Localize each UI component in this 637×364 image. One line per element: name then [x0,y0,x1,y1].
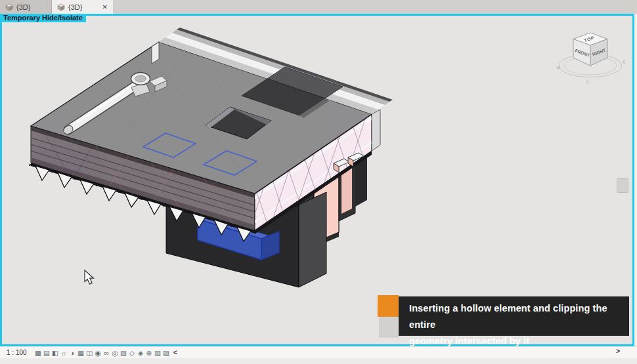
viewcube-home-icon[interactable]: ⌂ [586,78,589,85]
view-tab-bar: {3D} {3D} ✕ [0,0,637,14]
temporary-view-properties-icon[interactable]: ▧ [120,349,127,357]
show-crop-region-icon[interactable]: ◫ [85,349,93,357]
view-tab-3d-inactive[interactable]: {3D} [0,0,52,14]
highlight-displacement-icon[interactable]: ◈ [137,349,144,357]
scale-button[interactable]: 1 : 100 [7,349,32,356]
temporary-hide-isolate-icon[interactable]: ∞ [102,349,110,357]
tab-label: {3D} [68,3,82,11]
status-bar [0,358,637,364]
scroll-right-icon[interactable]: > [616,348,620,355]
reveal-constraints-icon[interactable]: ⊕ [145,349,153,357]
viewcube[interactable]: W E ⌂ TOP FRONT RIGHT [553,24,634,87]
revit-window: {3D} {3D} ✕ [0,0,637,364]
sun-path-icon[interactable]: ☼ [60,349,68,357]
compass-east-label[interactable]: E [623,60,626,64]
caption-box: Inserting a hollow element and clipping … [399,296,629,336]
window-edge [634,14,637,346]
view-control-icons: ▩ ▤ ◧ ☼ ◑ ▦ ◫ ◉ ∞ ◎ ▧ ◇ ◈ ⊕ ▥ ▨ [34,349,170,357]
collapse-toolbar-icon[interactable]: < [173,349,177,356]
visual-style-icon[interactable]: ◧ [51,349,59,357]
lock-3d-view-icon[interactable]: ◉ [94,349,102,357]
detail-level-icon[interactable]: ▤ [43,349,51,357]
show-rendering-icon[interactable]: ▩ [34,349,42,357]
view-3d-icon [5,3,13,11]
show-analytical-model-icon[interactable]: ◇ [128,349,136,357]
tab-label: {3D} [16,3,30,11]
view-3d-icon [57,3,65,11]
compass-west-label[interactable]: W [556,65,561,70]
caption-accent-shadow [379,317,399,338]
shadows-icon[interactable]: ◑ [68,349,76,357]
caption-line-1: Inserting a hollow element and clipping … [409,300,629,333]
crop-view-icon[interactable]: ▦ [77,349,85,357]
close-tab-icon[interactable]: ✕ [102,4,108,10]
navigation-bar-handle[interactable] [617,178,628,193]
caption-accent-square [378,295,399,317]
view-control-bar: 1 : 100 ▩ ▤ ◧ ☼ ◑ ▦ ◫ ◉ ∞ ◎ ▧ ◇ ◈ ⊕ ▥ ▨ … [0,346,637,358]
view-tab-3d-active[interactable]: {3D} ✕ [52,0,113,14]
reveal-hidden-elements-icon[interactable]: ◎ [111,349,119,357]
worksets-icon[interactable]: ▥ [154,349,162,357]
filters-icon[interactable]: ▨ [162,349,170,357]
temporary-hide-isolate-badge: Temporary Hide/Isolate [1,14,86,22]
